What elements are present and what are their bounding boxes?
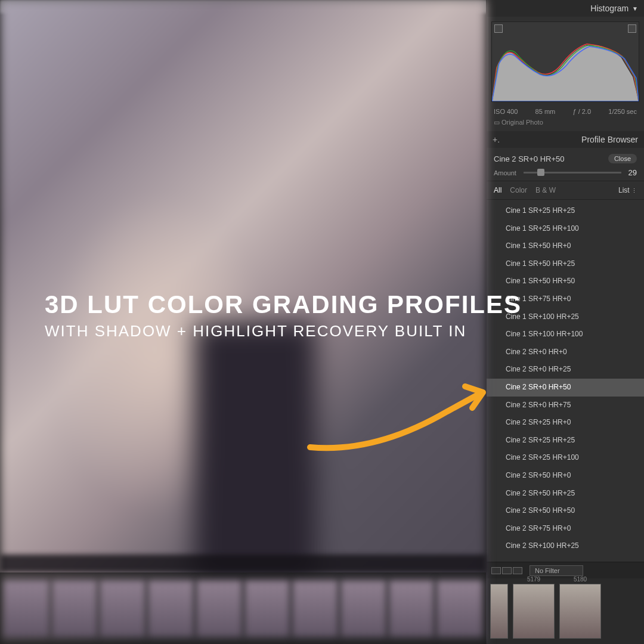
thumb-number: 5179: [527, 576, 540, 583]
view-icon-2[interactable]: [502, 567, 512, 574]
histogram-label: Histogram: [590, 4, 628, 13]
profile-item[interactable]: Cine 2 SR+0 HR+0: [487, 343, 644, 361]
amount-label: Amount: [494, 169, 516, 177]
thumbnail[interactable]: 5180: [559, 584, 601, 639]
thumbnail[interactable]: [389, 580, 435, 637]
view-icon-1[interactable]: [491, 567, 501, 574]
profile-filter-row: All Color B & W List ⋮: [487, 181, 644, 200]
thumbnail[interactable]: [196, 580, 242, 637]
thumbnail[interactable]: [292, 580, 338, 637]
profile-item[interactable]: Cine 2 SR+0 HR+50: [487, 379, 644, 397]
profile-info: Cine 2 SR+0 HR+50 Close Amount 29: [487, 148, 644, 181]
thumbnail[interactable]: [100, 580, 145, 637]
profile-item[interactable]: Cine 2 SR+25 HR+0: [487, 414, 644, 432]
filter-bw[interactable]: B & W: [535, 186, 556, 194]
thumbnail[interactable]: [490, 584, 508, 639]
no-filter-dropdown[interactable]: No Filter: [530, 565, 583, 576]
profile-item[interactable]: Cine 2 SR+75 HR+0: [487, 520, 644, 538]
profile-item[interactable]: Cine 1 SR+100 HR+100: [487, 326, 644, 343]
close-button[interactable]: Close: [608, 154, 637, 163]
current-profile-name: Cine 2 SR+0 HR+50: [494, 154, 565, 163]
profile-item[interactable]: Cine 2 SR+0 HR+25: [487, 361, 644, 379]
profile-browser-header: +. Profile Browser: [487, 131, 644, 148]
profile-item[interactable]: Cine 2 SR+50 HR+25: [487, 485, 644, 503]
filmstrip[interactable]: 5179 5180: [487, 578, 644, 644]
profile-item[interactable]: Cine 2 SR+25 HR+100: [487, 449, 644, 467]
slider-thumb[interactable]: [537, 169, 544, 176]
app-container: Histogram ▼ ISO 400 85 mm ƒ / 2.0 1/250 …: [0, 0, 644, 644]
histogram-chart[interactable]: [491, 21, 639, 102]
image-preview[interactable]: [0, 0, 486, 644]
develop-panel: Histogram ▼ ISO 400 85 mm ƒ / 2.0 1/250 …: [486, 0, 644, 644]
profile-item[interactable]: Cine 2 SR+0 HR+75: [487, 397, 644, 414]
view-icon-3[interactable]: [513, 567, 522, 574]
profile-browser-label: Profile Browser: [581, 135, 638, 144]
filter-color[interactable]: Color: [510, 186, 527, 194]
exif-aperture: ƒ / 2.0: [572, 108, 591, 115]
exif-shutter: 1/250 sec: [608, 108, 637, 115]
amount-value: 29: [628, 168, 637, 177]
profile-item[interactable]: Cine 1 SR+50 HR+0: [487, 237, 644, 255]
histogram-header[interactable]: Histogram ▼: [487, 0, 644, 17]
profile-item[interactable]: Cine 1 SR+100 HR+25: [487, 308, 644, 326]
profile-item[interactable]: Cine 2 SR+50 HR+50: [487, 502, 644, 520]
thumbnail[interactable]: [340, 580, 386, 637]
exif-iso: ISO 400: [494, 108, 518, 115]
chevron-down-icon: ▼: [632, 5, 638, 12]
profile-item[interactable]: Cine 1 SR+75 HR+0: [487, 290, 644, 308]
thumbnail[interactable]: [52, 580, 98, 637]
exif-focal: 85 mm: [535, 108, 556, 115]
profile-item[interactable]: Cine 1 SR+25 HR+100: [487, 220, 644, 238]
profile-item[interactable]: Cine 1 SR+50 HR+25: [487, 255, 644, 273]
thumbnail[interactable]: 5179: [513, 584, 555, 639]
profile-item[interactable]: Cine 1 SR+25 HR+25: [487, 202, 644, 220]
amount-slider[interactable]: [524, 172, 621, 174]
filter-bar: No Filter: [487, 562, 644, 578]
exif-data: ISO 400 85 mm ƒ / 2.0 1/250 sec: [487, 107, 644, 117]
filter-all[interactable]: All: [494, 186, 501, 194]
add-icon[interactable]: +.: [493, 135, 500, 144]
thumbnail[interactable]: [4, 580, 49, 637]
profile-item[interactable]: Cine 2 SR+100 HR+25: [487, 537, 644, 555]
grid-view-icons[interactable]: [491, 567, 522, 574]
thumb-number: 5180: [574, 576, 587, 583]
profile-item[interactable]: Cine 2 SR+25 HR+25: [487, 432, 644, 450]
original-photo-toggle[interactable]: Original Photo: [487, 117, 644, 131]
profile-item[interactable]: Cine 2 SR+50 HR+0: [487, 467, 644, 485]
profile-list[interactable]: Cine 1 SR+25 HR+25Cine 1 SR+25 HR+100Cin…: [487, 200, 644, 562]
thumbnail[interactable]: [148, 580, 194, 637]
thumbnail[interactable]: [436, 580, 482, 637]
filmstrip-left[interactable]: [0, 572, 486, 644]
thumbnail[interactable]: [244, 580, 290, 637]
view-mode-dropdown[interactable]: List ⋮: [618, 186, 637, 194]
preview-toolbar: [0, 555, 486, 572]
profile-item[interactable]: Cine 1 SR+50 HR+50: [487, 273, 644, 290]
